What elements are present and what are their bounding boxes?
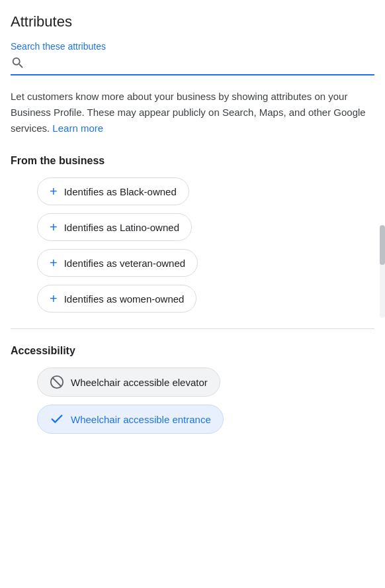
chip-label: Wheelchair accessible entrance [71,414,211,425]
search-input[interactable] [30,57,374,69]
search-input-wrapper [11,56,374,75]
chip-latino-owned[interactable]: + Identifies as Latino-owned [37,213,192,241]
learn-more-link[interactable]: Learn more [52,122,103,134]
search-link[interactable]: Search these attributes [11,41,374,52]
search-section: Search these attributes [11,41,374,75]
from-business-list: + Identifies as Black-owned + Identifies… [11,177,374,313]
plus-icon: + [50,292,58,305]
accessibility-section: Accessibility Wheelchair accessible elev… [11,345,374,434]
chip-label: Identifies as Latino-owned [64,222,179,233]
chip-wheelchair-elevator[interactable]: Wheelchair accessible elevator [37,368,220,397]
section-divider [11,328,374,329]
page-title: Attributes [11,13,374,30]
page-container: Attributes Search these attributes Let c… [0,0,385,434]
plus-icon: + [50,220,58,234]
chip-label: Identifies as women-owned [64,293,185,305]
description-text: Let customers know more about your busin… [11,89,374,136]
chip-label: Identifies as veteran-owned [64,258,185,269]
chip-label: Identifies as Black-owned [64,186,177,197]
from-business-title: From the business [11,155,374,167]
check-icon [50,412,64,426]
from-business-section: From the business + Identifies as Black-… [11,155,374,313]
chip-women-owned[interactable]: + Identifies as women-owned [37,285,196,313]
scrollbar-track[interactable] [380,225,385,318]
no-icon [50,375,64,389]
chip-wheelchair-entrance[interactable]: Wheelchair accessible entrance [37,405,224,434]
chip-black-owned[interactable]: + Identifies as Black-owned [37,177,189,205]
plus-icon: + [50,185,58,198]
plus-icon: + [50,256,58,270]
scrollbar-thumb[interactable] [380,225,385,265]
search-icon [11,56,25,70]
chip-veteran-owned[interactable]: + Identifies as veteran-owned [37,249,198,277]
accessibility-title: Accessibility [11,345,374,357]
accessibility-list: Wheelchair accessible elevator Wheelchai… [11,368,374,434]
svg-line-1 [53,378,62,387]
chip-label: Wheelchair accessible elevator [71,377,208,388]
